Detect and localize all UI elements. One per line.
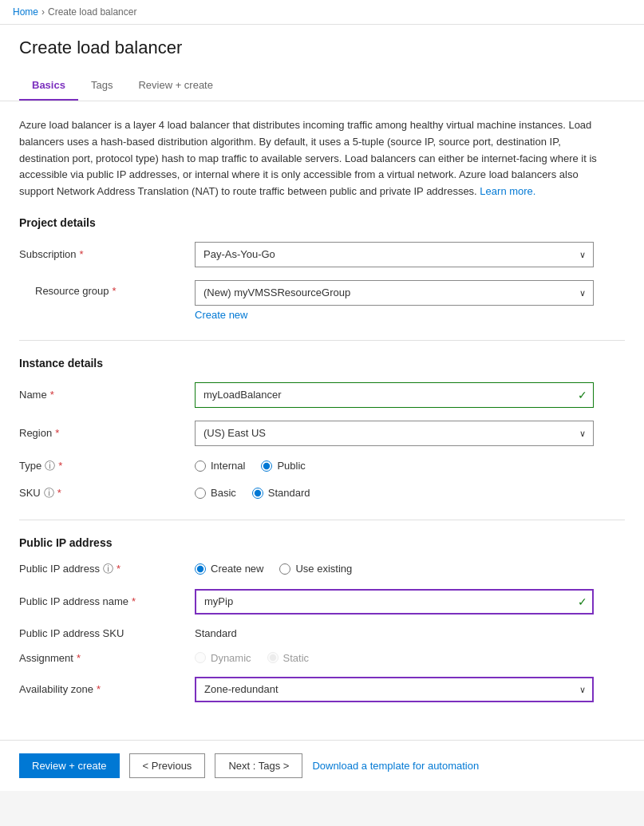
type-public-option: Public xyxy=(261,460,305,472)
region-select[interactable]: (US) East US xyxy=(195,421,594,446)
sku-basic-radio[interactable] xyxy=(195,488,206,499)
assignment-dynamic-option: Dynamic xyxy=(195,652,251,664)
main-content: Azure load balancer is a layer 4 load ba… xyxy=(0,101,644,740)
public-ip-sku-value: Standard xyxy=(195,627,594,639)
public-ip-sku-text: Standard xyxy=(195,627,237,639)
footer: Review + create < Previous Next : Tags >… xyxy=(0,740,644,791)
public-ip-address-control: Create new Use existing xyxy=(195,563,594,575)
resource-group-select[interactable]: (New) myVMSSResourceGroup xyxy=(195,280,594,306)
tab-review-create[interactable]: Review + create xyxy=(125,71,226,101)
availability-zone-label: Availability zone xyxy=(19,683,195,695)
subscription-select-wrapper: Pay-As-You-Go ∨ xyxy=(195,242,594,267)
assignment-static-radio[interactable] xyxy=(267,652,279,663)
assignment-static-label: Static xyxy=(283,652,310,664)
region-select-wrapper: (US) East US ∨ xyxy=(195,421,594,446)
region-row: Region (US) East US ∨ xyxy=(19,421,625,446)
page-header: Create load balancer Basics Tags Review … xyxy=(0,25,644,101)
tab-bar: Basics Tags Review + create xyxy=(19,71,625,101)
public-ip-name-input[interactable] xyxy=(195,589,594,615)
pip-create-new-radio[interactable] xyxy=(195,563,206,575)
sku-control: Basic Standard xyxy=(195,487,594,499)
sku-row: SKU ⓘ Basic Standard xyxy=(19,486,625,500)
public-ip-name-input-wrapper: ✓ xyxy=(195,589,594,615)
public-ip-address-row: Public IP address ⓘ Create new Use exist… xyxy=(19,562,625,576)
type-internal-label[interactable]: Internal xyxy=(211,460,245,472)
pip-create-new-option: Create new xyxy=(195,563,263,575)
name-control: ✓ xyxy=(195,382,594,408)
subscription-control: Pay-As-You-Go ∨ xyxy=(195,242,594,267)
description: Azure load balancer is a layer 4 load ba… xyxy=(19,117,610,200)
assignment-radio-group: Dynamic Static xyxy=(195,652,594,664)
type-internal-option: Internal xyxy=(195,460,245,472)
public-ip-address-label: Public IP address ⓘ xyxy=(19,562,195,576)
name-row: Name ✓ xyxy=(19,382,625,408)
page-title: Create load balancer xyxy=(19,38,625,58)
resource-group-create-new-link[interactable]: Create new xyxy=(195,309,247,321)
sku-info-icon[interactable]: ⓘ xyxy=(44,486,54,500)
name-check-icon: ✓ xyxy=(578,389,587,401)
availability-zone-row: Availability zone Zone-redundant ∨ xyxy=(19,677,625,702)
availability-zone-select[interactable]: Zone-redundant xyxy=(195,677,594,702)
sku-basic-label[interactable]: Basic xyxy=(211,487,236,499)
sku-radio-group: Basic Standard xyxy=(195,487,594,499)
resource-group-label: Resource group xyxy=(19,280,195,297)
resource-group-select-wrapper: (New) myVMSSResourceGroup ∨ xyxy=(195,280,594,306)
region-control: (US) East US ∨ xyxy=(195,421,594,446)
section-separator-2 xyxy=(19,520,625,520)
type-row: Type ⓘ Internal Public xyxy=(19,459,625,473)
name-label: Name xyxy=(19,389,195,401)
learn-more-link[interactable]: Learn more. xyxy=(480,185,535,197)
public-ip-radio-group: Create new Use existing xyxy=(195,563,594,575)
breadcrumb-separator: › xyxy=(41,6,45,18)
public-ip-info-icon[interactable]: ⓘ xyxy=(103,562,113,576)
public-ip-title: Public IP address xyxy=(19,536,625,549)
sku-basic-option: Basic xyxy=(195,487,236,499)
public-ip-name-control: ✓ xyxy=(195,589,594,615)
instance-details-section: Instance details Name ✓ Region (US) E xyxy=(19,357,625,500)
resource-group-control: (New) myVMSSResourceGroup ∨ Create new xyxy=(195,280,594,321)
subscription-row: Subscription Pay-As-You-Go ∨ xyxy=(19,242,625,267)
pip-use-existing-radio[interactable] xyxy=(279,563,290,575)
assignment-control: Dynamic Static xyxy=(195,652,594,664)
type-control: Internal Public xyxy=(195,460,594,472)
tab-tags[interactable]: Tags xyxy=(78,71,125,101)
pip-use-existing-label[interactable]: Use existing xyxy=(295,563,352,575)
resource-group-row: Resource group (New) myVMSSResourceGroup… xyxy=(19,280,625,321)
pip-create-new-label[interactable]: Create new xyxy=(211,563,263,575)
public-ip-name-row: Public IP address name ✓ xyxy=(19,589,625,615)
review-create-button[interactable]: Review + create xyxy=(19,753,120,778)
name-input-wrapper: ✓ xyxy=(195,382,594,408)
public-ip-name-check-icon: ✓ xyxy=(578,595,587,608)
public-ip-sku-label: Public IP address SKU xyxy=(19,627,195,639)
sku-label: SKU ⓘ xyxy=(19,486,195,500)
availability-zone-select-wrapper: Zone-redundant ∨ xyxy=(195,677,594,702)
assignment-label: Assignment xyxy=(19,652,195,664)
subscription-select[interactable]: Pay-As-You-Go xyxy=(195,242,594,267)
sku-standard-option: Standard xyxy=(252,487,310,499)
public-ip-name-label: Public IP address name xyxy=(19,595,195,607)
assignment-row: Assignment Dynamic Static xyxy=(19,652,625,664)
sku-standard-radio[interactable] xyxy=(252,488,263,499)
type-radio-group: Internal Public xyxy=(195,460,594,472)
assignment-dynamic-label: Dynamic xyxy=(211,652,251,664)
type-public-radio[interactable] xyxy=(261,460,272,472)
tab-basics[interactable]: Basics xyxy=(19,71,78,101)
assignment-dynamic-radio[interactable] xyxy=(195,652,206,663)
previous-button[interactable]: < Previous xyxy=(129,753,206,778)
next-button[interactable]: Next : Tags > xyxy=(215,753,302,778)
name-input[interactable] xyxy=(195,382,594,408)
assignment-static-option: Static xyxy=(267,652,310,664)
section-separator-1 xyxy=(19,340,625,341)
project-details-section: Project details Subscription Pay-As-You-… xyxy=(19,216,625,321)
type-internal-radio[interactable] xyxy=(195,460,206,472)
subscription-label: Subscription xyxy=(19,248,195,260)
breadcrumb-home[interactable]: Home xyxy=(13,6,38,18)
sku-standard-label[interactable]: Standard xyxy=(268,487,310,499)
project-details-title: Project details xyxy=(19,216,625,229)
type-info-icon[interactable]: ⓘ xyxy=(45,459,55,473)
instance-details-title: Instance details xyxy=(19,357,625,370)
public-ip-section: Public IP address Public IP address ⓘ Cr… xyxy=(19,536,625,702)
public-ip-sku-row: Public IP address SKU Standard xyxy=(19,627,625,639)
download-template-link[interactable]: Download a template for automation xyxy=(312,760,479,772)
type-public-label[interactable]: Public xyxy=(277,460,305,472)
